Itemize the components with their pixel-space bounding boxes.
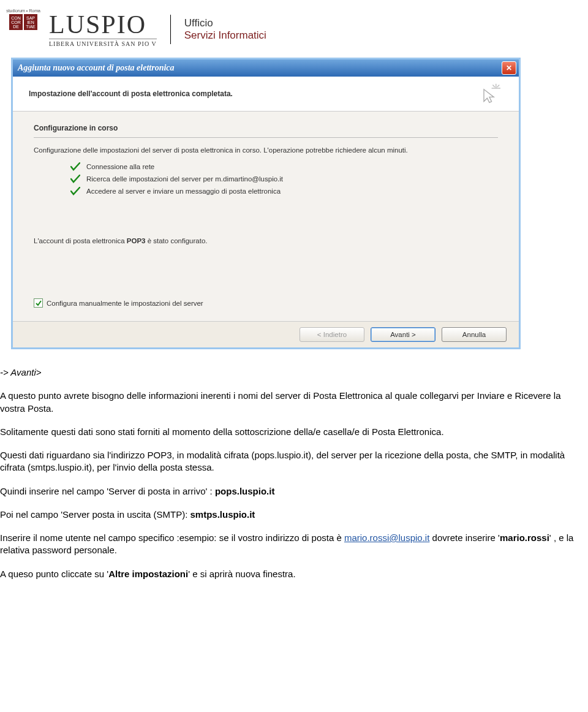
svg-line-3 [497, 85, 500, 88]
check-label-0: Connessione alla rete [86, 163, 154, 170]
brand-block: LUSPIO LIBERA UNIVERSITÀ SAN PIO V [49, 12, 157, 47]
cursor-sparkle-icon [478, 83, 500, 105]
check-label-1: Ricerca delle impostazioni del server pe… [86, 175, 283, 183]
seal-arc-text: studiorum • Roma [6, 9, 40, 13]
close-icon: ✕ [506, 64, 512, 72]
p6-username: mario.rossi [500, 532, 549, 543]
intro-text: Configurazione delle impostazioni del se… [34, 146, 498, 154]
dialog-subheader: Impostazione dell'account di posta elett… [13, 77, 519, 112]
configured-protocol: POP3 [127, 237, 146, 244]
dialog-body: Configurazione in corso Configurazione d… [13, 112, 519, 316]
instruction-text-block: -> Avanti> A questo punto avrete bisogno… [0, 349, 588, 580]
check-row-0: Connessione alla rete [70, 162, 498, 171]
manual-config-label: Configura manualmente le impostazioni de… [47, 300, 203, 307]
manual-config-checkbox[interactable] [34, 298, 43, 308]
checkmark-icon [70, 187, 80, 195]
vertical-divider [170, 15, 171, 44]
cancel-button[interactable]: Annulla [442, 327, 507, 342]
p7-action: Altre impostazioni [108, 569, 188, 579]
p5-prefix: Poi nel campo 'Server posta in uscita (S… [0, 509, 190, 520]
office-line2: Servizi Informatici [184, 29, 266, 42]
back-button-label: < Indietro [317, 331, 347, 338]
brand-name: LUSPIO [49, 12, 157, 37]
paragraph-6: Inserire il nome utente nel campo specif… [0, 532, 577, 557]
manual-config-row: Configura manualmente le impostazioni de… [34, 298, 498, 308]
paragraph-5: Poi nel campo 'Server posta in uscita (S… [0, 509, 577, 521]
check-row-2: Accedere al server e inviare un messaggi… [70, 187, 498, 195]
check-row-1: Ricerca delle impostazioni del server pe… [70, 175, 498, 183]
subheader-text: Impostazione dell'account di posta elett… [29, 89, 233, 98]
configured-suffix: è stato configurato. [145, 237, 207, 244]
office-line1: Ufficio [184, 17, 266, 29]
section-divider [34, 137, 498, 138]
checkmark-icon [70, 162, 80, 171]
email-wizard-dialog: Aggiunta nuovo account di posta elettron… [11, 58, 521, 349]
p4-value: pops.luspio.it [215, 486, 275, 496]
document-header: studiorum • Roma CON COR DE SAP IEN TIAE… [0, 0, 588, 54]
configured-status: L'account di posta elettronica POP3 è st… [34, 237, 498, 244]
paragraph-2: Solitamente questi dati sono stati forni… [0, 426, 577, 438]
checkmark-icon [70, 175, 80, 183]
check-label-2: Accedere al server e inviare un messaggi… [86, 187, 281, 195]
next-button[interactable]: Avanti > [371, 327, 435, 342]
p5-value: smtps.luspio.it [190, 509, 255, 520]
brand-subtitle: LIBERA UNIVERSITÀ SAN PIO V [49, 39, 157, 47]
p6-email-link: mario.rossi@luspio.it [344, 532, 429, 543]
paragraph-4: Quindi inserire nel campo 'Server di pos… [0, 485, 577, 498]
paragraph-3: Questi dati riguardano sia l'indirizzo P… [0, 449, 577, 474]
dialog-title: Aggiunta nuovo account di posta elettron… [18, 63, 175, 73]
p6-prefix: Inserire il nome utente nel campo specif… [0, 532, 344, 543]
cancel-button-label: Annulla [462, 331, 486, 338]
paragraph-7: A queso punto cliccate su 'Altre imposta… [0, 568, 577, 580]
svg-line-2 [492, 85, 495, 88]
dialog-titlebar: Aggiunta nuovo account di posta elettron… [13, 59, 519, 77]
seal-right-text: SAP IEN TIAE [24, 14, 37, 30]
paragraph-1: A questo punto avrete bisogno delle info… [0, 390, 577, 415]
office-block: Ufficio Servizi Informatici [184, 17, 266, 42]
university-seal: studiorum • Roma CON COR DE SAP IEN TIAE [5, 9, 42, 50]
close-button[interactable]: ✕ [502, 61, 516, 75]
seal-left-text: CON COR DE [9, 14, 23, 30]
p6-mid: dovrete inserire ' [429, 532, 500, 543]
section-title: Configurazione in corso [34, 124, 498, 132]
configured-prefix: L'account di posta elettronica [34, 237, 127, 244]
back-button[interactable]: < Indietro [300, 327, 364, 342]
p7-prefix: A queso punto cliccate su ' [0, 569, 108, 579]
next-button-label: Avanti > [390, 331, 416, 338]
p4-prefix: Quindi inserire nel campo 'Server di pos… [0, 486, 215, 496]
dialog-button-row: < Indietro Avanti > Annulla [13, 321, 519, 347]
p7-suffix: ' e si aprirà nuova finestra. [188, 569, 295, 579]
dialog-screenshot: Aggiunta nuovo account di posta elettron… [11, 58, 582, 349]
step-indicator: -> Avanti> [0, 366, 577, 379]
